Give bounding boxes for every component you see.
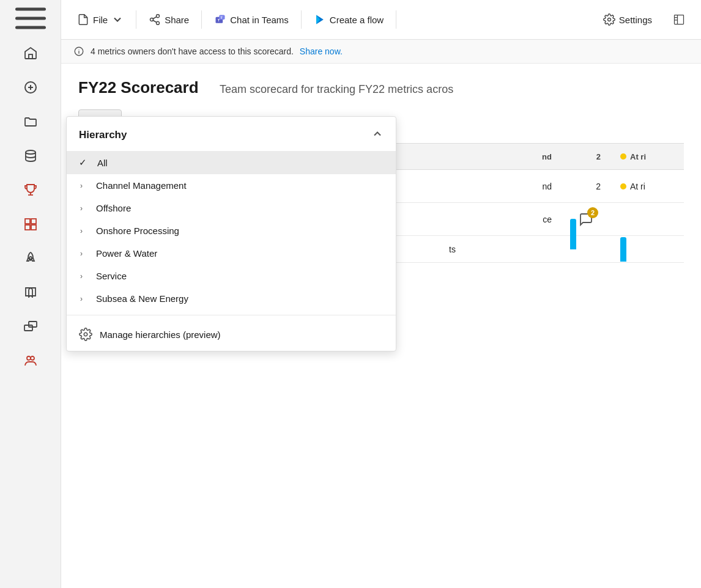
share-icon: [149, 13, 161, 26]
expand-icon-channel: ›: [80, 182, 89, 190]
sidebar-item-database[interactable]: [12, 141, 49, 171]
svg-rect-31: [675, 15, 684, 24]
sep-4: [396, 10, 396, 29]
chat-teams-label: Chat in Teams: [230, 15, 289, 25]
th-at-risk-label: At ri: [630, 152, 646, 161]
teams-icon: T T: [214, 13, 226, 26]
svg-rect-3: [29, 54, 32, 59]
file-label: File: [93, 15, 108, 25]
dropdown-item-label-subsea: Subsea & New Energy: [96, 293, 188, 304]
book-icon: [673, 13, 685, 26]
dropdown-item-onshore[interactable]: › Onshore Processing: [67, 219, 396, 242]
dropdown-item-label-channel: Channel Management: [96, 180, 187, 191]
status-dot-1: [620, 183, 626, 189]
td-comment-2: 2: [562, 212, 610, 227]
dropdown-item-service[interactable]: › Service: [67, 265, 396, 287]
svg-text:T: T: [218, 18, 220, 22]
svg-point-14: [29, 257, 32, 259]
dropdown-item-power[interactable]: › Power & Water: [67, 242, 396, 265]
td-bar2-3: [610, 237, 684, 262]
expand-icon-onshore: ›: [80, 227, 89, 235]
settings-icon: [603, 13, 615, 26]
sidebar-item-screens[interactable]: [12, 312, 49, 342]
dropdown-item-channel[interactable]: › Channel Management: [67, 174, 396, 197]
share-label: Share: [165, 15, 189, 25]
dropdown-item-offshore[interactable]: › Offshore: [67, 197, 396, 219]
file-button[interactable]: File: [71, 10, 130, 29]
manage-hierarchies-button[interactable]: Manage hierarchies (preview): [67, 320, 396, 351]
expand-icon-offshore: ›: [80, 204, 89, 213]
td-count-1: 2: [562, 182, 610, 191]
share-button[interactable]: Share: [143, 10, 195, 29]
chat-teams-button[interactable]: T T Chat in Teams: [208, 10, 295, 29]
create-flow-button[interactable]: Create a flow: [308, 10, 390, 29]
flow-icon: [314, 13, 326, 26]
comment-wrapper: 2: [579, 212, 593, 227]
th-count: 2: [562, 152, 610, 161]
sidebar-item-add[interactable]: [12, 72, 49, 103]
dropdown-collapse-button[interactable]: [371, 128, 384, 142]
at-risk-dot: [620, 153, 626, 160]
settings-button[interactable]: Settings: [597, 10, 658, 29]
dropdown-item-label-power: Power & Water: [96, 248, 157, 259]
svg-rect-12: [25, 225, 30, 230]
dropdown-item-all[interactable]: ✓ All: [67, 151, 396, 174]
dropdown-title: Hierarchy: [79, 129, 127, 141]
sidebar-item-grid[interactable]: [12, 209, 49, 240]
svg-rect-10: [25, 219, 30, 224]
share-now-link[interactable]: Share now.: [300, 46, 343, 56]
sidebar-item-book[interactable]: [12, 277, 49, 308]
main-content: File Share T T: [61, 0, 701, 588]
svg-line-23: [153, 17, 157, 18]
td-trend-3: ts: [439, 244, 562, 254]
scorecard-subtitle: Team scorecard for tracking FY22 metrics…: [220, 83, 453, 95]
svg-point-21: [157, 21, 160, 24]
hamburger-button[interactable]: [12, 6, 49, 31]
notif-message: 4 metrics owners don't have access to th…: [91, 46, 294, 56]
sep-1: [136, 10, 136, 29]
td-status-1: At ri: [610, 182, 684, 191]
td-trend-1: nd: [439, 182, 562, 191]
svg-text:T: T: [221, 16, 223, 20]
file-chevron-icon: [111, 13, 124, 26]
expand-icon-service: ›: [80, 272, 89, 281]
svg-point-38: [84, 333, 87, 336]
sidebar-item-rocket[interactable]: [12, 243, 49, 274]
settings-label: Settings: [619, 15, 652, 25]
comment-badge: 2: [587, 207, 598, 218]
expand-icon-subsea: ›: [80, 295, 89, 303]
svg-point-7: [26, 150, 35, 154]
notification-bar: 4 metrics owners don't have access to th…: [61, 40, 701, 64]
dropdown-item-label-offshore: Offshore: [96, 203, 131, 213]
content-area: FY22 Scorecard Team scorecard for tracki…: [61, 64, 701, 588]
dropdown-item-label-service: Service: [96, 271, 127, 281]
th-count-val: 2: [596, 152, 601, 161]
scorecard-title: FY22 Scorecard: [78, 78, 199, 97]
svg-rect-13: [31, 225, 36, 230]
sidebar-item-home[interactable]: [12, 38, 49, 68]
book-button[interactable]: [667, 10, 691, 29]
sidebar-item-people[interactable]: [12, 346, 49, 377]
svg-line-22: [153, 20, 157, 22]
svg-point-18: [31, 356, 34, 360]
sidebar: [0, 0, 61, 588]
create-flow-label: Create a flow: [330, 15, 384, 25]
th-at-risk: At ri: [610, 152, 684, 161]
svg-rect-11: [31, 219, 36, 224]
manage-hierarchies-label: Manage hierarchies (preview): [100, 329, 221, 340]
svg-point-30: [607, 18, 610, 21]
sep-2: [201, 10, 202, 29]
svg-point-17: [27, 356, 31, 360]
dropdown-item-label-all: All: [97, 158, 108, 168]
dropdown-item-label-onshore: Onshore Processing: [96, 226, 179, 236]
th-end: nd: [542, 152, 552, 161]
title-row: FY22 Scorecard Team scorecard for tracki…: [78, 78, 684, 97]
dropdown-divider: [67, 315, 396, 315]
dropdown-item-subsea[interactable]: › Subsea & New Energy: [67, 287, 396, 310]
td-trend-2: ce: [439, 215, 562, 224]
expand-icon-power: ›: [80, 249, 89, 258]
chevron-up-icon: [371, 128, 384, 140]
sidebar-item-trophy[interactable]: [12, 175, 49, 205]
sidebar-item-folder[interactable]: [12, 106, 49, 137]
th-trend: nd: [439, 152, 562, 161]
